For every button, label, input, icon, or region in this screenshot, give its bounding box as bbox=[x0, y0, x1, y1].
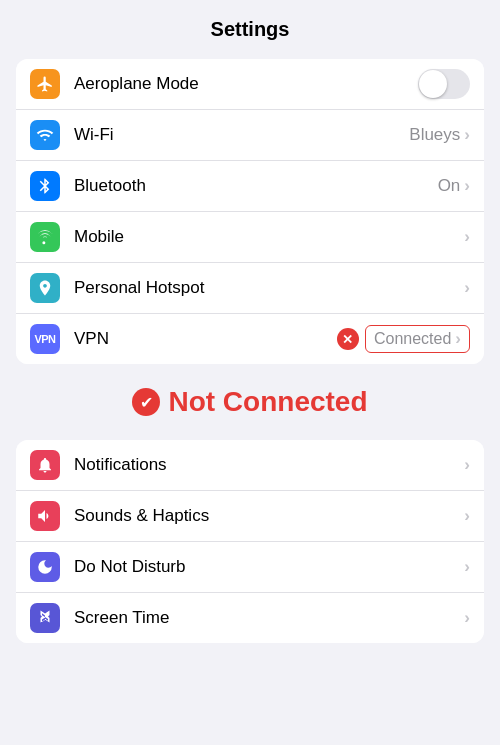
bluetooth-value: On bbox=[438, 176, 461, 196]
mobile-chevron: › bbox=[464, 227, 470, 247]
vpn-icon: VPN bbox=[30, 324, 60, 354]
notifications-group: Notifications › Sounds & Haptics › Do No… bbox=[16, 440, 484, 643]
mobile-label: Mobile bbox=[74, 227, 464, 247]
not-connected-text: Not Connected bbox=[168, 386, 367, 418]
personal-hotspot-icon bbox=[30, 273, 60, 303]
personal-hotspot-row[interactable]: Personal Hotspot › bbox=[16, 263, 484, 314]
not-connected-banner: ✔ Not Connected bbox=[0, 372, 500, 432]
bluetooth-icon bbox=[30, 171, 60, 201]
personal-hotspot-label: Personal Hotspot bbox=[74, 278, 464, 298]
bluetooth-row[interactable]: Bluetooth On › bbox=[16, 161, 484, 212]
bluetooth-label: Bluetooth bbox=[74, 176, 438, 196]
vpn-label: VPN bbox=[74, 329, 337, 349]
sounds-haptics-icon bbox=[30, 501, 60, 531]
mobile-row[interactable]: Mobile › bbox=[16, 212, 484, 263]
screen-time-icon bbox=[30, 603, 60, 633]
sounds-haptics-chevron: › bbox=[464, 506, 470, 526]
screen-time-row[interactable]: Screen Time › bbox=[16, 593, 484, 643]
screen-time-chevron: › bbox=[464, 608, 470, 628]
toggle-knob bbox=[419, 70, 447, 98]
vpn-connected-box: Connected › bbox=[365, 325, 470, 353]
do-not-disturb-icon bbox=[30, 552, 60, 582]
bluetooth-chevron: › bbox=[464, 176, 470, 196]
wifi-value: Blueys bbox=[409, 125, 460, 145]
not-connected-check-icon: ✔ bbox=[132, 388, 160, 416]
wifi-icon bbox=[30, 120, 60, 150]
do-not-disturb-row[interactable]: Do Not Disturb › bbox=[16, 542, 484, 593]
wifi-chevron: › bbox=[464, 125, 470, 145]
screen-time-label: Screen Time bbox=[74, 608, 464, 628]
vpn-error-icon: ✕ bbox=[337, 328, 359, 350]
notifications-row[interactable]: Notifications › bbox=[16, 440, 484, 491]
aeroplane-mode-toggle[interactable] bbox=[418, 69, 470, 99]
notifications-icon bbox=[30, 450, 60, 480]
aeroplane-mode-icon bbox=[30, 69, 60, 99]
notifications-label: Notifications bbox=[74, 455, 464, 475]
sounds-haptics-label: Sounds & Haptics bbox=[74, 506, 464, 526]
do-not-disturb-chevron: › bbox=[464, 557, 470, 577]
connectivity-group: Aeroplane Mode Wi-Fi Blueys › Bluetooth … bbox=[16, 59, 484, 364]
sounds-haptics-row[interactable]: Sounds & Haptics › bbox=[16, 491, 484, 542]
aeroplane-mode-label: Aeroplane Mode bbox=[74, 74, 418, 94]
wifi-row[interactable]: Wi-Fi Blueys › bbox=[16, 110, 484, 161]
aeroplane-mode-row[interactable]: Aeroplane Mode bbox=[16, 59, 484, 110]
notifications-chevron: › bbox=[464, 455, 470, 475]
vpn-connected-text: Connected bbox=[374, 330, 451, 348]
vpn-row[interactable]: VPN VPN ✕ Connected › bbox=[16, 314, 484, 364]
page-title: Settings bbox=[0, 18, 500, 41]
vpn-status-area: ✕ Connected › bbox=[337, 325, 470, 353]
mobile-icon bbox=[30, 222, 60, 252]
do-not-disturb-label: Do Not Disturb bbox=[74, 557, 464, 577]
page-header: Settings bbox=[0, 0, 500, 51]
wifi-label: Wi-Fi bbox=[74, 125, 409, 145]
vpn-chevron: › bbox=[455, 329, 461, 349]
personal-hotspot-chevron: › bbox=[464, 278, 470, 298]
